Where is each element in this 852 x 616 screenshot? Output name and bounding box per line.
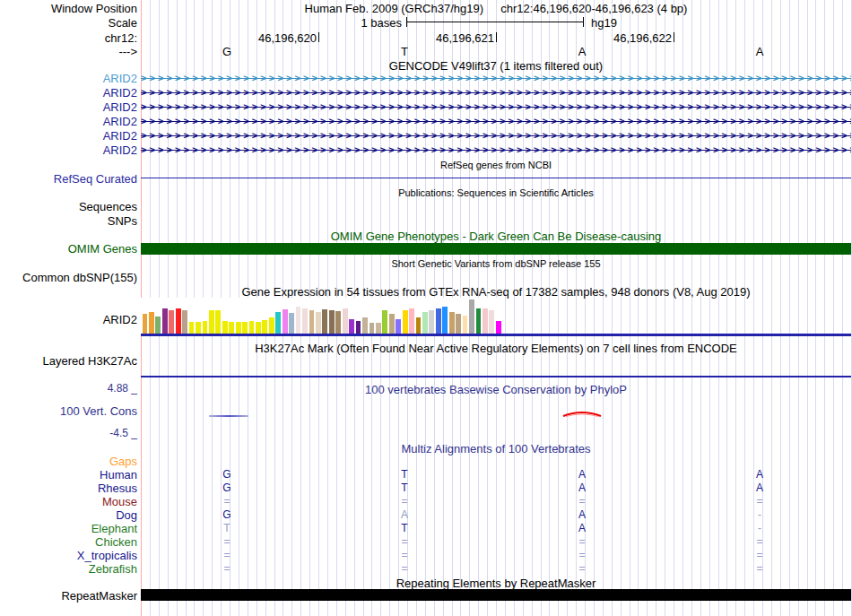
gtex-expression-bar[interactable]	[242, 322, 248, 334]
gtex-expression-bar[interactable]	[209, 310, 214, 334]
omim-gene-bar[interactable]	[141, 243, 851, 255]
genome-browser-image: Window Position Human Feb. 2009 (GRCh37/…	[0, 0, 852, 616]
track-title-dbsnp[interactable]: Short Genetic Variants from dbSNP releas…	[141, 258, 851, 269]
chrom-label: chr12:	[0, 31, 137, 45]
gtex-expression-bar[interactable]	[335, 311, 341, 334]
refseq-curated-line[interactable]	[141, 178, 851, 178]
gencode-transcript-line[interactable]: >>>>>>>>>>>>>>>>>>>>>>>>>>>>>>>>>>>>>>>>…	[141, 144, 851, 156]
gencode-transcript-line[interactable]: >>>>>>>>>>>>>>>>>>>>>>>>>>>>>>>>>>>>>>>>…	[141, 130, 851, 142]
alignment-base: =	[397, 562, 412, 575]
gtex-expression-bar[interactable]	[349, 319, 354, 334]
gtex-expression-bar[interactable]	[382, 310, 387, 334]
gencode-transcript-line[interactable]: >>>>>>>>>>>>>>>>>>>>>>>>>>>>>>>>>>>>>>>>…	[141, 101, 851, 113]
gencode-transcript-line[interactable]: >>>>>>>>>>>>>>>>>>>>>>>>>>>>>>>>>>>>>>>>…	[141, 87, 851, 99]
track-label-sequences: Sequences	[0, 200, 137, 213]
gtex-expression-bar[interactable]	[442, 307, 448, 334]
gtex-expression-bar[interactable]	[409, 308, 414, 334]
gtex-expression-bar[interactable]	[449, 312, 455, 334]
gtex-expression-bar[interactable]	[182, 310, 187, 334]
track-title-multiz[interactable]: Multiz Alignments of 100 Vertebrates	[141, 442, 851, 455]
track-title-omim[interactable]: OMIM Gene Phenotypes - Dark Green Can Be…	[141, 230, 851, 243]
gtex-expression-bar[interactable]	[489, 310, 494, 334]
species-label: Mouse	[0, 495, 137, 508]
gtex-expression-bar[interactable]	[236, 322, 241, 334]
gtex-expression-bar[interactable]	[416, 317, 422, 334]
track-label-gtex-gene: ARID2	[0, 313, 137, 326]
gencode-transcript-line[interactable]: >>>>>>>>>>>>>>>>>>>>>>>>>>>>>>>>>>>>>>>>…	[141, 116, 851, 127]
gtex-expression-bar[interactable]	[476, 308, 482, 334]
sequence-base: G	[218, 45, 236, 58]
gtex-expression-bar[interactable]	[256, 322, 261, 334]
phylop-red-peak[interactable]	[561, 406, 604, 419]
track-label-omim-genes: OMIM Genes	[0, 242, 137, 256]
track-title-gtex[interactable]: Gene Expression in 54 tissues from GTEx …	[141, 285, 851, 299]
track-title-phylop[interactable]: 100 vertebrates Basewise Conservation by…	[141, 383, 851, 396]
species-label: Chicken	[0, 535, 137, 549]
phylop-min-label: -4.5 _	[0, 427, 137, 439]
gtex-expression-bar[interactable]	[203, 321, 208, 334]
gtex-expression-bar[interactable]	[196, 322, 201, 334]
gtex-expression-bar[interactable]	[189, 322, 195, 334]
gtex-expression-bar[interactable]	[436, 308, 441, 334]
assembly-text: Human Feb. 2009 (GRCh37/hg19)	[305, 2, 483, 15]
gtex-expression-bar[interactable]	[262, 320, 267, 334]
gtex-expression-bar[interactable]	[176, 308, 181, 334]
gtex-expression-bar[interactable]	[169, 310, 174, 334]
gtex-expression-bar[interactable]	[149, 312, 154, 334]
gtex-expression-plot[interactable]	[141, 298, 504, 334]
track-title-repeatmasker[interactable]: Repeating Elements by RepeatMasker	[141, 577, 851, 590]
gtex-expression-bar[interactable]	[322, 309, 327, 334]
gtex-expression-bar[interactable]	[155, 317, 161, 334]
gtex-expression-bar[interactable]	[215, 310, 221, 334]
gtex-expression-bar[interactable]	[422, 312, 428, 334]
gtex-expression-bar[interactable]	[283, 309, 288, 334]
gtex-expression-bar[interactable]	[309, 310, 315, 334]
gtex-expression-bar[interactable]	[429, 310, 434, 334]
phylop-max-label: 4.88 _	[0, 382, 137, 395]
gtex-expression-bar[interactable]	[249, 321, 255, 334]
gtex-expression-bar[interactable]	[343, 308, 348, 334]
phylop-negative-segment[interactable]	[209, 415, 248, 417]
gtex-expression-bar[interactable]	[275, 312, 281, 334]
gtex-expression-bar[interactable]	[456, 314, 461, 334]
gtex-expression-bar[interactable]	[389, 314, 395, 334]
gtex-expression-bar[interactable]	[376, 323, 381, 334]
track-title-publications[interactable]: Publications: Sequences in Scientific Ar…	[141, 187, 851, 198]
track-title-refseq[interactable]: RefSeq genes from NCBI	[141, 160, 851, 170]
gencode-transcript-line[interactable]: >>>>>>>>>>>>>>>>>>>>>>>>>>>>>>>>>>>>>>>>…	[141, 73, 851, 84]
gtex-expression-bar[interactable]	[356, 321, 361, 334]
alignment-base: =	[220, 495, 234, 508]
gtex-expression-bar[interactable]	[396, 319, 401, 334]
scale-value: 1 bases	[294, 16, 402, 30]
gtex-expression-bar[interactable]	[269, 317, 274, 334]
gtex-expression-bar[interactable]	[289, 313, 294, 334]
gtex-expression-bar[interactable]	[316, 312, 321, 334]
track-title-h3k27ac[interactable]: H3K27Ac Mark (Often Found Near Active Re…	[141, 342, 851, 355]
gtex-expression-bar[interactable]	[469, 299, 474, 334]
gtex-expression-bar[interactable]	[496, 321, 501, 334]
alignment-base: =	[575, 562, 589, 575]
gtex-expression-bar[interactable]	[296, 307, 301, 334]
gtex-expression-bar[interactable]	[483, 308, 488, 334]
gtex-expression-bar[interactable]	[162, 308, 168, 334]
gtex-expression-bar[interactable]	[403, 310, 408, 334]
scale-label: Scale	[0, 16, 137, 30]
range-text: chr12:46,196,620-46,196,623 (4 bp)	[500, 2, 687, 15]
alignment-base: =	[220, 535, 234, 548]
repeatmasker-bar[interactable]	[141, 589, 851, 601]
alignment-base: T	[397, 522, 412, 534]
gtex-expression-bar[interactable]	[463, 316, 468, 334]
scale-assembly: hg19	[591, 16, 617, 30]
track-title-gencode[interactable]: GENCODE V49lift37 (1 items filtered out)	[141, 59, 851, 73]
gtex-expression-bar[interactable]	[143, 314, 148, 334]
gtex-expression-bar[interactable]	[362, 317, 368, 334]
alignment-base: A	[397, 508, 412, 521]
gtex-expression-bar[interactable]	[369, 323, 375, 334]
gtex-expression-bar[interactable]	[222, 321, 228, 334]
gtex-expression-bar[interactable]	[329, 310, 335, 334]
gtex-expression-bar[interactable]	[229, 322, 234, 334]
ruler-number: 46,196,621	[387, 31, 494, 45]
gtex-expression-bar[interactable]	[302, 308, 308, 334]
alignment-base: T	[397, 468, 412, 481]
alignment-base: A	[575, 522, 589, 534]
